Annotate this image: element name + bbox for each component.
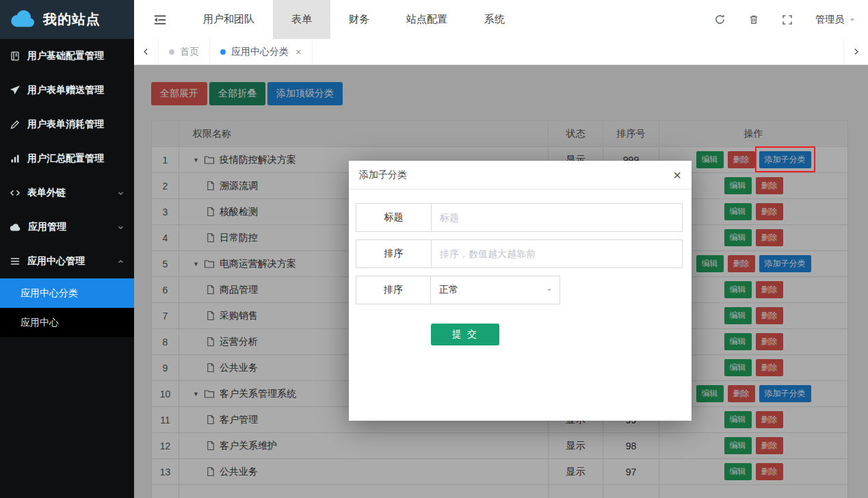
user-name: 管理员 xyxy=(815,14,844,26)
chevron-down-icon xyxy=(117,189,124,197)
send-icon xyxy=(10,85,21,96)
sidebar-item-label: 用户表单赠送管理 xyxy=(27,84,104,96)
tab-dot-icon xyxy=(220,49,226,55)
sidebar-item-user-base-config[interactable]: 用户基础配置管理 xyxy=(0,39,134,73)
expand-icon[interactable] xyxy=(782,14,793,25)
user-menu[interactable]: 管理员 xyxy=(815,14,856,26)
topbar-actions: 管理员 xyxy=(714,14,868,26)
pen-icon xyxy=(10,119,21,130)
brand: 我的站点 xyxy=(0,0,134,39)
nav-site-config[interactable]: 站点配置 xyxy=(388,0,466,39)
form-field: 排序正常 xyxy=(356,276,683,304)
sidebar-item-label: 用户表单消耗管理 xyxy=(27,118,104,131)
sidebar-item-form-consume[interactable]: 用户表单消耗管理 xyxy=(0,107,134,142)
menu-icon xyxy=(10,256,21,267)
modal-header: 添加子分类 × xyxy=(349,161,692,189)
sort-input[interactable] xyxy=(432,240,682,267)
tabs-scroll-left-button[interactable] xyxy=(134,39,159,64)
bar-chart-icon xyxy=(10,153,21,164)
field-label: 排序 xyxy=(356,240,432,267)
sidebar-subitem-app-center[interactable]: 应用中心 xyxy=(0,308,134,337)
tab-label: 首页 xyxy=(180,46,199,58)
app-root: 我的站点 用户基础配置管理用户表单赠送管理用户表单消耗管理用户汇总配置管理表单外… xyxy=(0,0,868,498)
cloud-icon xyxy=(10,223,21,232)
sidebar-menu: 用户基础配置管理用户表单赠送管理用户表单消耗管理用户汇总配置管理表单外链应用管理… xyxy=(0,39,134,498)
sidebar-item-label: 应用中心管理 xyxy=(27,255,85,267)
field-label: 排序 xyxy=(356,276,431,304)
tab-app-center-category[interactable]: 应用中心分类× xyxy=(210,39,313,64)
select-caret-icon xyxy=(546,287,553,293)
select-value: 正常 xyxy=(439,284,458,296)
nav-forms[interactable]: 表单 xyxy=(273,0,330,39)
top-nav: 用户和团队表单财务站点配置系统 xyxy=(185,0,523,39)
modal-title: 添加子分类 xyxy=(359,169,407,181)
sidebar-item-form-external[interactable]: 表单外链 xyxy=(0,176,134,210)
sidebar-submenu: 应用中心分类应用中心 xyxy=(0,278,134,337)
title-input[interactable] xyxy=(432,204,682,231)
add-subcategory-modal: 添加子分类 × 标题排序排序正常提 交 xyxy=(349,161,692,421)
tab-close-icon[interactable]: × xyxy=(295,47,302,57)
topbar: 用户和团队表单财务站点配置系统 管理员 xyxy=(134,0,868,39)
tabs-scroll-right-button[interactable] xyxy=(843,39,868,64)
chevron-down-icon xyxy=(117,224,124,231)
chevron-up-icon xyxy=(117,258,124,265)
code-icon xyxy=(10,187,21,198)
modal-body: 标题排序排序正常提 交 xyxy=(349,189,692,345)
tabbar: 首页应用中心分类× xyxy=(134,39,868,65)
sidebar-item-label: 用户汇总配置管理 xyxy=(27,153,104,165)
sidebar-item-app-center-management[interactable]: 应用中心管理 xyxy=(0,244,134,278)
sidebar-item-label: 表单外链 xyxy=(27,187,66,199)
sidebar-item-user-summary[interactable]: 用户汇总配置管理 xyxy=(0,142,134,176)
main-column: 用户和团队表单财务站点配置系统 管理员 首页应用中心分类× 全部展开全部折叠添加… xyxy=(134,0,868,498)
cloud-logo-icon xyxy=(10,10,37,29)
close-icon[interactable]: × xyxy=(673,168,681,182)
caret-down-icon xyxy=(849,16,856,23)
brand-title: 我的站点 xyxy=(43,10,101,29)
nav-users-teams[interactable]: 用户和团队 xyxy=(185,0,273,39)
submit-button[interactable]: 提 交 xyxy=(431,324,499,345)
tab-label: 应用中心分类 xyxy=(231,46,289,58)
sidebar-item-form-gift[interactable]: 用户表单赠送管理 xyxy=(0,73,134,107)
tab-home[interactable]: 首页 xyxy=(159,39,210,64)
form-field: 排序 xyxy=(356,239,683,268)
refresh-icon[interactable] xyxy=(714,14,726,25)
sidebar-item-label: 用户基础配置管理 xyxy=(27,50,104,62)
sidebar-subitem-app-center-category[interactable]: 应用中心分类 xyxy=(0,278,134,308)
status-select[interactable]: 正常 xyxy=(430,276,560,304)
content: 全部展开全部折叠添加顶级分类 权限名称状态排序号操作 1▼疫情防控解决方案显示9… xyxy=(134,65,868,498)
collapse-menu-icon[interactable] xyxy=(153,13,167,27)
trash-icon[interactable] xyxy=(748,14,759,25)
form-field: 标题 xyxy=(356,203,683,232)
sidebar-item-app-management[interactable]: 应用管理 xyxy=(0,210,134,244)
field-label: 标题 xyxy=(356,204,432,231)
tabs: 首页应用中心分类× xyxy=(159,39,313,64)
tab-dot-icon xyxy=(169,49,174,55)
sidebar: 我的站点 用户基础配置管理用户表单赠送管理用户表单消耗管理用户汇总配置管理表单外… xyxy=(0,0,134,498)
book-icon xyxy=(10,51,21,62)
nav-system[interactable]: 系统 xyxy=(466,0,523,39)
sidebar-item-label: 应用管理 xyxy=(28,221,66,233)
nav-finance[interactable]: 财务 xyxy=(330,0,388,39)
